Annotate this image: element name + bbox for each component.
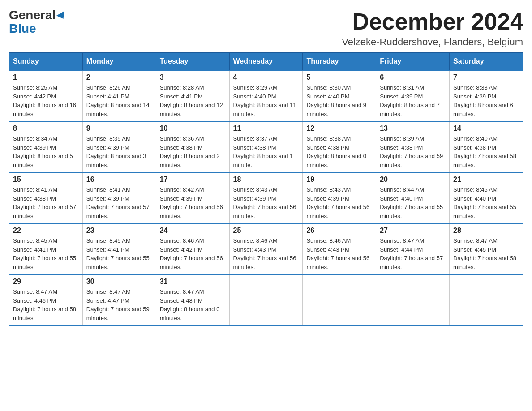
calendar-cell: 19Sunrise: 8:43 AMSunset: 4:39 PMDayligh… [303,172,376,223]
calendar-cell: 28Sunrise: 8:47 AMSunset: 4:45 PMDayligh… [450,223,523,274]
day-info: Sunrise: 8:28 AMSunset: 4:41 PMDaylight:… [160,83,226,118]
calendar-cell [229,274,303,325]
day-number: 28 [453,227,519,235]
calendar-cell: 12Sunrise: 8:38 AMSunset: 4:38 PMDayligh… [303,121,376,172]
calendar-cell [303,274,376,325]
day-info: Sunrise: 8:46 AMSunset: 4:43 PMDaylight:… [233,236,299,271]
day-number: 26 [306,227,372,235]
day-header-saturday: Saturday [450,53,523,71]
day-info: Sunrise: 8:36 AMSunset: 4:38 PMDaylight:… [160,134,226,169]
day-header-thursday: Thursday [303,53,376,71]
day-number: 20 [380,176,446,184]
location-title: Velzeke-Ruddershove, Flanders, Belgium [342,36,523,48]
day-info: Sunrise: 8:41 AMSunset: 4:39 PMDaylight:… [86,185,152,220]
day-info: Sunrise: 8:47 AMSunset: 4:46 PMDaylight:… [13,287,79,322]
day-info: Sunrise: 8:47 AMSunset: 4:44 PMDaylight:… [380,236,446,271]
day-number: 30 [86,278,152,286]
day-number: 31 [160,278,226,286]
day-info: Sunrise: 8:37 AMSunset: 4:38 PMDaylight:… [233,134,299,169]
day-number: 10 [160,124,226,133]
day-number: 8 [13,124,79,133]
calendar-cell: 5Sunrise: 8:30 AMSunset: 4:40 PMDaylight… [303,70,376,121]
calendar-week-5: 29Sunrise: 8:47 AMSunset: 4:46 PMDayligh… [9,274,523,325]
calendar-cell: 11Sunrise: 8:37 AMSunset: 4:38 PMDayligh… [229,121,303,172]
day-number: 24 [160,227,226,235]
day-number: 16 [86,176,152,184]
calendar-cell: 27Sunrise: 8:47 AMSunset: 4:44 PMDayligh… [376,223,450,274]
calendar-cell: 30Sunrise: 8:47 AMSunset: 4:47 PMDayligh… [82,274,156,325]
day-header-friday: Friday [376,53,450,71]
calendar-cell [376,274,450,325]
title-block: December 2024 Velzeke-Ruddershove, Fland… [342,9,523,48]
calendar-cell: 22Sunrise: 8:45 AMSunset: 4:41 PMDayligh… [9,223,83,274]
day-info: Sunrise: 8:26 AMSunset: 4:41 PMDaylight:… [86,83,152,118]
day-number: 22 [13,227,79,235]
day-info: Sunrise: 8:45 AMSunset: 4:41 PMDaylight:… [86,236,152,271]
calendar-week-3: 15Sunrise: 8:41 AMSunset: 4:38 PMDayligh… [9,172,523,223]
day-info: Sunrise: 8:47 AMSunset: 4:45 PMDaylight:… [453,236,519,271]
logo-general: General [9,9,66,21]
day-number: 25 [233,227,299,235]
day-number: 5 [306,73,372,81]
calendar-cell: 17Sunrise: 8:42 AMSunset: 4:39 PMDayligh… [156,172,229,223]
day-number: 13 [380,124,446,133]
day-info: Sunrise: 8:33 AMSunset: 4:39 PMDaylight:… [453,83,519,118]
day-info: Sunrise: 8:46 AMSunset: 4:42 PMDaylight:… [160,236,226,271]
day-number: 4 [233,73,299,81]
day-info: Sunrise: 8:41 AMSunset: 4:38 PMDaylight:… [13,185,79,220]
day-header-sunday: Sunday [9,53,83,71]
logo-blue: Blue [9,21,36,36]
calendar-cell: 2Sunrise: 8:26 AMSunset: 4:41 PMDaylight… [82,70,156,121]
calendar-cell: 8Sunrise: 8:34 AMSunset: 4:39 PMDaylight… [9,121,83,172]
day-info: Sunrise: 8:39 AMSunset: 4:38 PMDaylight:… [380,134,446,169]
day-number: 27 [380,227,446,235]
day-header-monday: Monday [82,53,156,71]
day-info: Sunrise: 8:29 AMSunset: 4:40 PMDaylight:… [233,83,299,118]
day-header-wednesday: Wednesday [229,53,303,71]
logo-triangle-icon [56,11,67,21]
day-info: Sunrise: 8:45 AMSunset: 4:40 PMDaylight:… [453,185,519,220]
calendar-cell: 20Sunrise: 8:44 AMSunset: 4:40 PMDayligh… [376,172,450,223]
day-info: Sunrise: 8:46 AMSunset: 4:43 PMDaylight:… [306,236,372,271]
calendar-cell: 16Sunrise: 8:41 AMSunset: 4:39 PMDayligh… [82,172,156,223]
day-number: 23 [86,227,152,235]
day-number: 19 [306,176,372,184]
day-info: Sunrise: 8:43 AMSunset: 4:39 PMDaylight:… [306,185,372,220]
calendar-cell: 21Sunrise: 8:45 AMSunset: 4:40 PMDayligh… [450,172,523,223]
calendar-cell: 18Sunrise: 8:43 AMSunset: 4:39 PMDayligh… [229,172,303,223]
day-info: Sunrise: 8:38 AMSunset: 4:38 PMDaylight:… [306,134,372,169]
day-info: Sunrise: 8:34 AMSunset: 4:39 PMDaylight:… [13,134,79,169]
logo: General Blue [9,9,66,36]
day-info: Sunrise: 8:43 AMSunset: 4:39 PMDaylight:… [233,185,299,220]
day-info: Sunrise: 8:31 AMSunset: 4:39 PMDaylight:… [380,83,446,118]
day-number: 17 [160,176,226,184]
day-number: 18 [233,176,299,184]
day-info: Sunrise: 8:35 AMSunset: 4:39 PMDaylight:… [86,134,152,169]
calendar-week-2: 8Sunrise: 8:34 AMSunset: 4:39 PMDaylight… [9,121,523,172]
calendar-cell: 9Sunrise: 8:35 AMSunset: 4:39 PMDaylight… [82,121,156,172]
calendar-cell: 13Sunrise: 8:39 AMSunset: 4:38 PMDayligh… [376,121,450,172]
calendar-cell: 7Sunrise: 8:33 AMSunset: 4:39 PMDaylight… [450,70,523,121]
calendar-cell: 25Sunrise: 8:46 AMSunset: 4:43 PMDayligh… [229,223,303,274]
calendar-cell: 26Sunrise: 8:46 AMSunset: 4:43 PMDayligh… [303,223,376,274]
calendar-cell: 24Sunrise: 8:46 AMSunset: 4:42 PMDayligh… [156,223,229,274]
calendar-cell: 23Sunrise: 8:45 AMSunset: 4:41 PMDayligh… [82,223,156,274]
calendar-week-1: 1Sunrise: 8:25 AMSunset: 4:42 PMDaylight… [9,70,523,121]
calendar-header-row: SundayMondayTuesdayWednesdayThursdayFrid… [9,53,523,71]
calendar-cell: 15Sunrise: 8:41 AMSunset: 4:38 PMDayligh… [9,172,83,223]
day-info: Sunrise: 8:45 AMSunset: 4:41 PMDaylight:… [13,236,79,271]
calendar-cell: 4Sunrise: 8:29 AMSunset: 4:40 PMDaylight… [229,70,303,121]
day-number: 6 [380,73,446,81]
day-number: 1 [13,73,79,81]
month-title: December 2024 [342,9,523,34]
day-info: Sunrise: 8:44 AMSunset: 4:40 PMDaylight:… [380,185,446,220]
calendar-cell: 29Sunrise: 8:47 AMSunset: 4:46 PMDayligh… [9,274,83,325]
calendar-table: SundayMondayTuesdayWednesdayThursdayFrid… [9,52,523,326]
page-header: General Blue December 2024 Velzeke-Rudde… [9,9,523,48]
day-number: 14 [453,124,519,133]
day-number: 15 [13,176,79,184]
day-number: 21 [453,176,519,184]
day-number: 29 [13,278,79,286]
calendar-week-4: 22Sunrise: 8:45 AMSunset: 4:41 PMDayligh… [9,223,523,274]
day-info: Sunrise: 8:42 AMSunset: 4:39 PMDaylight:… [160,185,226,220]
